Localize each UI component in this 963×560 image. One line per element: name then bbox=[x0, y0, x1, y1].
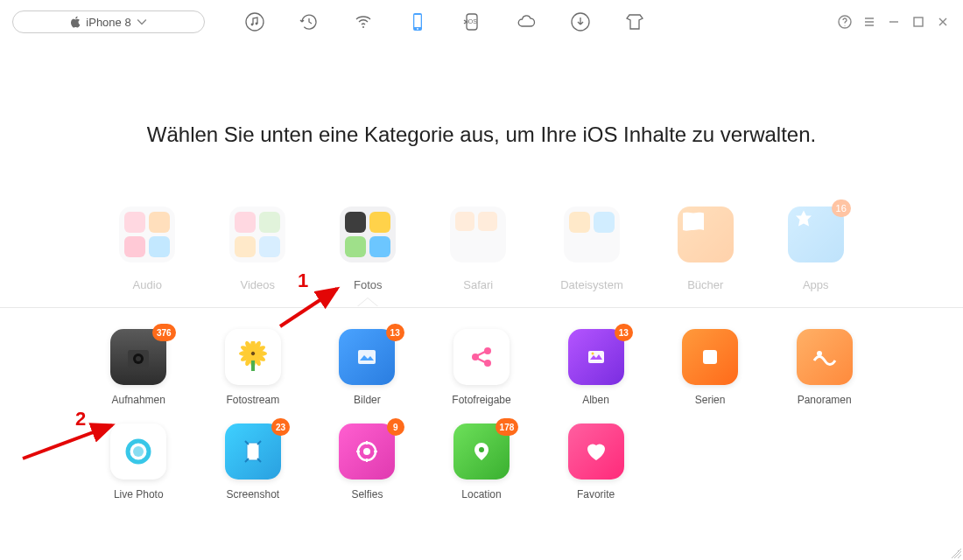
livephoto-icon bbox=[110, 424, 166, 480]
books-category-icon bbox=[678, 206, 734, 262]
subitem-label: Aufnahmen bbox=[112, 394, 165, 406]
svg-point-33 bbox=[484, 360, 491, 367]
subitem-label: Bilder bbox=[354, 394, 381, 406]
category-books[interactable]: Bücher bbox=[678, 206, 734, 291]
help-icon[interactable] bbox=[837, 14, 853, 30]
page-heading: Wählen Sie unten eine Kategorie aus, um … bbox=[0, 122, 963, 147]
category-label: Audio bbox=[133, 278, 162, 291]
svg-point-39 bbox=[133, 446, 144, 457]
svg-rect-34 bbox=[588, 351, 604, 363]
resize-grip[interactable] bbox=[951, 548, 961, 558]
audio-category-icon bbox=[119, 206, 175, 262]
svg-rect-11 bbox=[914, 18, 923, 26]
ios-transfer-icon[interactable]: iOS bbox=[460, 10, 483, 33]
filesystem-category-icon bbox=[564, 206, 620, 262]
category-label: Videos bbox=[240, 278, 275, 291]
subitem-screenshot[interactable]: Screenshot23 bbox=[211, 424, 296, 500]
wifi-sync-icon[interactable] bbox=[352, 10, 375, 33]
toolbar-icons: iOS bbox=[243, 10, 646, 33]
svg-point-42 bbox=[363, 448, 370, 455]
svg-rect-29 bbox=[251, 360, 255, 371]
category-apps[interactable]: 16Apps bbox=[788, 206, 844, 291]
category-label: Bücher bbox=[687, 278, 723, 291]
apple-icon bbox=[70, 16, 81, 28]
category-audio[interactable]: Audio bbox=[119, 206, 175, 291]
svg-rect-30 bbox=[358, 350, 376, 364]
videos-category-icon bbox=[229, 206, 285, 262]
menu-icon[interactable] bbox=[861, 14, 877, 30]
divider bbox=[0, 307, 963, 308]
device-name: iPhone 8 bbox=[86, 16, 130, 29]
subcategory-grid: Aufnahmen376FotostreamBilder13Fotofreiga… bbox=[0, 308, 963, 509]
svg-point-43 bbox=[479, 447, 484, 452]
category-label: Dateisystem bbox=[560, 278, 623, 291]
svg-text:iOS: iOS bbox=[467, 18, 477, 24]
svg-point-3 bbox=[362, 26, 364, 28]
top-toolbar: iPhone 8 iOS bbox=[0, 0, 963, 44]
svg-point-6 bbox=[417, 28, 418, 30]
skin-icon[interactable] bbox=[623, 10, 646, 33]
subitem-selfies[interactable]: Selfies9 bbox=[325, 424, 410, 500]
maximize-icon[interactable] bbox=[910, 14, 926, 30]
category-row: AudioVideosFotosSafariDateisystemBücher1… bbox=[0, 206, 963, 291]
svg-point-0 bbox=[246, 13, 264, 31]
subitem-serien[interactable]: Serien bbox=[668, 329, 753, 406]
subitem-fotofreigabe[interactable]: Fotofreigabe bbox=[439, 329, 524, 406]
subitem-badge: 9 bbox=[387, 418, 404, 436]
category-fotos[interactable]: Fotos bbox=[340, 206, 396, 291]
subitem-badge: 13 bbox=[386, 324, 404, 341]
download-icon[interactable] bbox=[569, 10, 592, 33]
subitem-livephoto[interactable]: Live Photo bbox=[96, 424, 181, 500]
music-icon[interactable] bbox=[243, 10, 266, 33]
subitem-label: Selfies bbox=[351, 488, 383, 500]
phone-icon[interactable] bbox=[406, 10, 429, 33]
subitem-badge: 178 bbox=[496, 418, 519, 436]
category-safari[interactable]: Safari bbox=[450, 206, 506, 291]
subitem-label: Fotostream bbox=[227, 394, 280, 406]
fotostream-icon bbox=[225, 329, 281, 385]
subitem-alben[interactable]: Alben13 bbox=[553, 329, 638, 406]
apps-category-icon: 16 bbox=[788, 206, 844, 262]
svg-point-15 bbox=[136, 356, 141, 361]
category-label: Apps bbox=[803, 278, 829, 291]
svg-rect-5 bbox=[414, 15, 420, 27]
subitem-label: Serien bbox=[695, 394, 726, 406]
subitem-label: Screenshot bbox=[227, 488, 280, 500]
window-controls bbox=[837, 14, 951, 30]
subitem-label: Fotofreigabe bbox=[452, 394, 510, 406]
cloud-icon[interactable] bbox=[515, 10, 538, 33]
subitem-badge: 23 bbox=[271, 418, 290, 436]
close-icon[interactable] bbox=[935, 14, 951, 30]
subitem-label: Location bbox=[461, 488, 501, 500]
category-label: Safari bbox=[463, 278, 493, 291]
subitem-badge: 13 bbox=[615, 324, 633, 341]
favorite-icon bbox=[568, 424, 624, 480]
serien-icon bbox=[682, 329, 738, 385]
category-filesystem[interactable]: Dateisystem bbox=[560, 206, 623, 291]
panoramen-icon bbox=[797, 329, 853, 385]
fotos-category-icon bbox=[340, 206, 396, 262]
history-icon[interactable] bbox=[298, 10, 320, 33]
subitem-fotostream[interactable]: Fotostream bbox=[211, 329, 296, 406]
svg-point-35 bbox=[591, 353, 594, 355]
chevron-down-icon bbox=[137, 16, 147, 28]
category-label: Fotos bbox=[354, 278, 383, 291]
subitem-bilder[interactable]: Bilder13 bbox=[325, 329, 410, 406]
subitem-badge: 376 bbox=[152, 324, 176, 341]
subitem-panoramen[interactable]: Panoramen bbox=[782, 329, 867, 406]
svg-point-32 bbox=[484, 347, 491, 354]
subitem-aufnahmen[interactable]: Aufnahmen376 bbox=[96, 329, 181, 406]
minimize-icon[interactable] bbox=[886, 14, 902, 30]
subitem-favorite[interactable]: Favorite bbox=[553, 424, 638, 500]
subitem-label: Panoramen bbox=[798, 394, 852, 406]
svg-point-37 bbox=[817, 351, 822, 356]
category-badge: 16 bbox=[832, 200, 851, 217]
fotofreigabe-icon bbox=[453, 329, 510, 385]
device-selector[interactable]: iPhone 8 bbox=[12, 10, 205, 33]
subitem-label: Favorite bbox=[577, 488, 615, 500]
subitem-location[interactable]: Location178 bbox=[439, 424, 524, 500]
svg-point-2 bbox=[256, 23, 258, 25]
selfies-icon bbox=[339, 424, 395, 480]
category-videos[interactable]: Videos bbox=[229, 206, 285, 291]
subitem-label: Live Photo bbox=[114, 488, 164, 500]
